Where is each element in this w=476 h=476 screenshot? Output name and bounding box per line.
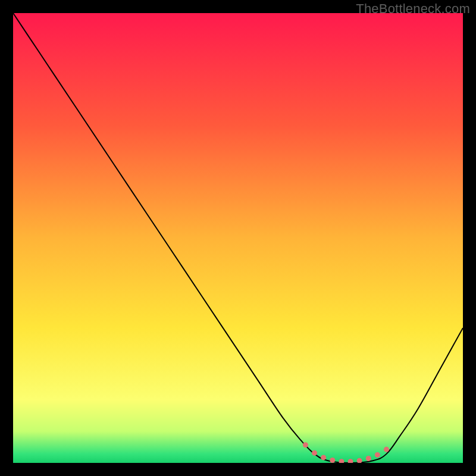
svg-point-1 [312, 450, 317, 456]
svg-point-2 [321, 455, 326, 460]
svg-point-9 [384, 447, 389, 452]
svg-point-8 [375, 452, 380, 458]
svg-point-3 [330, 458, 335, 463]
chart-svg [13, 13, 463, 463]
gradient-rect [13, 13, 463, 463]
watermark-text: TheBottleneck.com [356, 1, 470, 17]
chart-container: TheBottleneck.com [0, 0, 476, 476]
plot-area [13, 13, 463, 463]
svg-point-0 [303, 442, 308, 447]
svg-point-7 [366, 456, 371, 461]
